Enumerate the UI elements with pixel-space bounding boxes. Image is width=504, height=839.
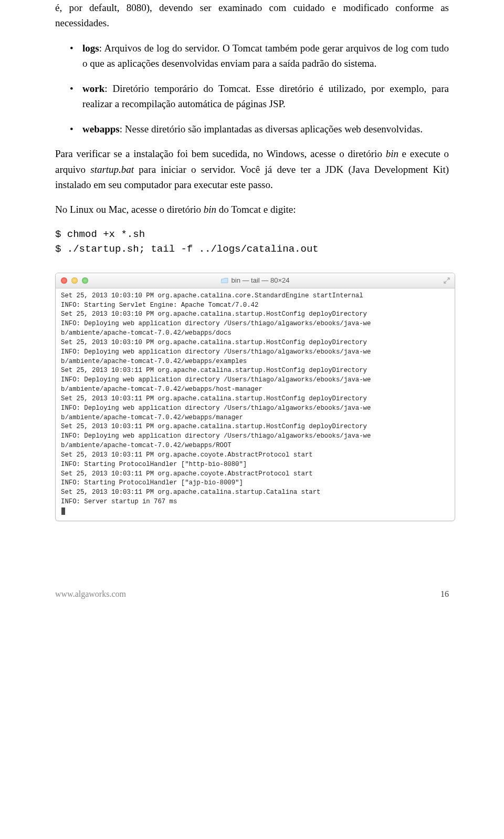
bin-italic: bin — [386, 148, 398, 159]
terminal-window: bin — tail — 80×24 Set 25, 2013 10:03:10… — [55, 273, 455, 521]
dir-text-logs: : Arquivos de log do servidor. O Tomcat … — [82, 43, 449, 69]
text-fragment: Para verificar se a instalação foi bem s… — [55, 148, 386, 159]
dir-label-webapps: webapps — [82, 123, 120, 134]
dir-label-logs: logs — [82, 43, 99, 54]
footer-site: www.algaworks.com — [55, 589, 126, 599]
intro-paragraph: é, por default, 8080), devendo ser exami… — [55, 0, 449, 31]
terminal-title-text: bin — tail — 80×24 — [232, 276, 290, 284]
dir-text-webapps: : Nesse diretório são implantadas as div… — [120, 123, 423, 134]
close-icon[interactable] — [61, 277, 67, 284]
expand-icon[interactable] — [443, 277, 450, 284]
terminal-title: bin — tail — 80×24 — [56, 276, 455, 284]
footer-page-number: 16 — [440, 589, 449, 599]
startup-italic: startup.bat — [90, 164, 134, 175]
list-item: work: Diretório temporário do Tomcat. Es… — [73, 81, 449, 112]
shell-commands: $ chmod +x *.sh $ ./startup.sh; tail -f … — [55, 227, 449, 257]
text-fragment: do Tomcat e digite: — [216, 204, 296, 215]
directory-list: logs: Arquivos de log do servidor. O Tom… — [55, 40, 449, 137]
folder-icon — [221, 277, 228, 283]
terminal-body[interactable]: Set 25, 2013 10:03:10 PM org.apache.cata… — [56, 288, 455, 521]
traffic-lights — [56, 277, 88, 284]
list-item: logs: Arquivos de log do servidor. O Tom… — [73, 40, 449, 71]
text-fragment: No Linux ou Mac, acesse o diretório — [55, 204, 204, 215]
page-footer: www.algaworks.com 16 — [55, 589, 449, 599]
dir-label-work: work — [82, 83, 104, 94]
linux-paragraph: No Linux ou Mac, acesse o diretório bin … — [55, 202, 449, 217]
minimize-icon[interactable] — [71, 277, 78, 284]
zoom-icon[interactable] — [82, 277, 88, 284]
terminal-cursor — [61, 507, 65, 515]
verify-paragraph: Para verificar se a instalação foi bem s… — [55, 146, 449, 192]
terminal-titlebar: bin — tail — 80×24 — [56, 273, 455, 288]
dir-text-work: : Diretório temporário do Tomcat. Esse d… — [82, 83, 449, 109]
bin-italic: bin — [204, 204, 216, 215]
list-item: webapps: Nesse diretório são implantadas… — [73, 121, 449, 137]
